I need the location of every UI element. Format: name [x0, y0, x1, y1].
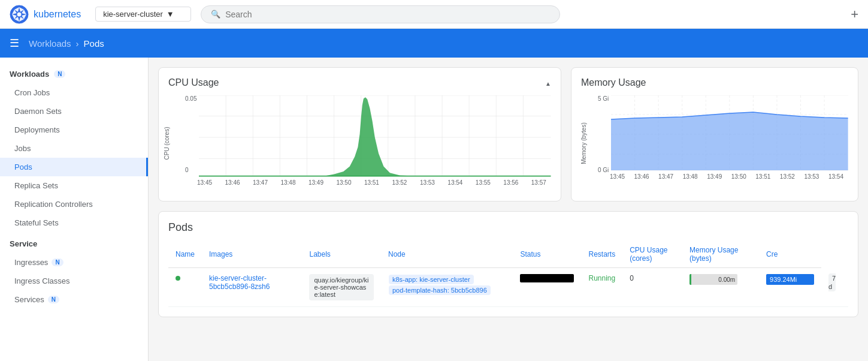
sidebar-item-daemon-sets[interactable]: Daemon Sets [0, 102, 148, 121]
pod-restarts-cell: 0 [622, 268, 682, 307]
memory-chart-title: Memory Usage [581, 77, 848, 88]
cpu-y-max: 0.05 [185, 95, 196, 102]
label-pod-template: pod-template-hash: 5bcb5cb896 [389, 285, 491, 295]
sidebar-item-jobs[interactable]: Jobs [0, 139, 148, 158]
breadcrumb-parent[interactable]: Workloads [29, 38, 71, 49]
cpu-usage-bar: 0.00m [689, 274, 737, 285]
col-created[interactable]: Cre [759, 241, 821, 268]
memory-chart-area: Memory (bytes) 5 Gi 0 Gi [581, 95, 848, 191]
search-input[interactable] [225, 10, 550, 19]
cpu-chart-svg [199, 95, 551, 179]
sidebar-item-services[interactable]: Services N [0, 290, 148, 309]
sidebar-item-stateful-sets[interactable]: Stateful Sets [0, 213, 148, 232]
pod-name-link[interactable]: kie-server-cluster-5bcb5cb896-8zsh6 [209, 274, 270, 291]
sidebar-item-label: Stateful Sets [14, 218, 59, 227]
memory-usage-bar: 939.24Mi [766, 274, 814, 285]
sidebar-item-label: Ingresses [14, 258, 48, 267]
sidebar-item-label: Cron Jobs [14, 88, 50, 97]
pods-table-header: Name Images Labels Node Status Restarts … [168, 241, 848, 268]
cpu-x-labels: 13:45 13:46 13:47 13:48 13:49 13:50 13:5… [192, 179, 551, 186]
pod-created-cell: 7 d [821, 268, 848, 307]
table-row: kie-server-cluster-5bcb5cb896-8zsh6 quay… [168, 268, 848, 307]
memory-y-max: 5 Gi [598, 95, 609, 102]
col-cpu[interactable]: CPU Usage (cores) [622, 241, 682, 268]
search-icon: 🔍 [211, 10, 220, 19]
pod-status-indicator [168, 268, 202, 307]
pod-labels-cell: k8s-app: kie-server-cluster pod-template… [381, 268, 513, 307]
col-status[interactable]: Status [513, 241, 581, 268]
svg-point-10 [17, 12, 22, 16]
pod-memory-cell: 939.24Mi [759, 268, 821, 307]
sidebar-item-label: Pods [14, 163, 32, 172]
search-bar[interactable]: 🔍 [201, 5, 560, 23]
svg-marker-28 [199, 97, 551, 176]
pods-card: Pods Name Images Labels Node Status Rest… [158, 211, 858, 317]
pod-status-cell: Running [581, 268, 622, 307]
label-k8s-app: k8s-app: kie-server-cluster [389, 275, 474, 284]
hamburger-menu[interactable]: ☰ [10, 37, 19, 50]
cluster-name: kie-server-cluster [103, 10, 163, 19]
col-name[interactable]: Name [168, 241, 202, 268]
cpu-bar-fill [689, 274, 691, 285]
memory-chart-svg [611, 95, 848, 173]
breadcrumb-current: Pods [84, 38, 104, 49]
pod-name-cell: kie-server-cluster-5bcb5cb896-8zsh6 [202, 268, 302, 307]
memory-x-labels: 13:45 13:46 13:47 13:48 13:49 13:50 13:5… [605, 173, 848, 180]
sidebar-service-label: Service [10, 239, 37, 248]
col-memory[interactable]: Memory Usage (bytes) [682, 241, 759, 268]
sidebar-item-pods[interactable]: Pods [0, 158, 148, 176]
add-button[interactable]: + [851, 7, 858, 22]
breadcrumb-separator: › [76, 38, 79, 49]
sidebar-item-ingress-classes[interactable]: Ingress Classes [0, 272, 148, 290]
pods-table: Name Images Labels Node Status Restarts … [168, 241, 848, 307]
topbar: kubernetes kie-server-cluster ▼ 🔍 + [0, 0, 868, 29]
col-restarts[interactable]: Restarts [581, 241, 622, 268]
sidebar: Workloads N Cron Jobs Daemon Sets Deploy… [0, 58, 149, 361]
memory-y-min: 0 Gi [598, 167, 609, 173]
memory-value: 939.24Mi [770, 276, 797, 283]
sidebar-item-label: Daemon Sets [14, 107, 62, 116]
sidebar-item-ingresses[interactable]: Ingresses N [0, 253, 148, 272]
main-layout: Workloads N Cron Jobs Daemon Sets Deploy… [0, 58, 868, 361]
sidebar-item-replica-sets[interactable]: Replica Sets [0, 176, 148, 195]
sidebar-item-label: Ingress Classes [14, 276, 69, 285]
col-node[interactable]: Node [381, 241, 513, 268]
cpu-y-label: CPU (cores) [164, 127, 170, 160]
pods-title: Pods [168, 221, 848, 234]
status-dot [176, 276, 180, 281]
sidebar-item-replication-controllers[interactable]: Replication Controllers [0, 195, 148, 213]
sidebar-item-label: Jobs [14, 144, 31, 153]
charts-row: CPU Usage CPU (cores) 0.05 0 [158, 67, 858, 201]
pod-node-cell [513, 268, 581, 307]
pod-image-cell: quay.io/kiegroup/kie-server-showcase:lat… [302, 268, 380, 307]
cpu-value: 0.00m [718, 276, 735, 283]
sidebar-ingresses-badge: N [52, 258, 63, 266]
kubernetes-icon [10, 5, 29, 24]
sidebar-service-header: Service [0, 232, 148, 253]
cpu-chart-collapse[interactable] [545, 77, 551, 88]
sidebar-item-label: Services [14, 295, 44, 304]
sidebar-item-label: Replica Sets [14, 181, 58, 190]
col-labels[interactable]: Labels [302, 241, 380, 268]
sidebar-item-label: Replication Controllers [14, 200, 93, 209]
memory-y-label: Memory (bytes) [580, 122, 587, 164]
memory-chart-card: Memory Usage Memory (bytes) 5 Gi 0 Gi [571, 67, 858, 201]
cluster-selector[interactable]: kie-server-cluster ▼ [95, 7, 191, 22]
sidebar-item-label: Deployments [14, 125, 60, 134]
logo-text: kubernetes [34, 9, 81, 20]
created-value: 7 d [828, 273, 836, 291]
pod-cpu-cell: 0.00m [682, 268, 759, 307]
pod-status: Running [588, 274, 615, 282]
sidebar-workloads-header: Workloads N [0, 62, 148, 83]
pod-image: quay.io/kiegroup/kie-server-showcase:lat… [309, 274, 373, 300]
sidebar-services-badge: N [48, 296, 59, 303]
breadcrumb: Workloads › Pods [29, 38, 104, 49]
sidebar-workloads-badge: N [54, 70, 65, 78]
cpu-chart-area: CPU (cores) 0.05 0 [168, 95, 551, 191]
sidebar-item-deployments[interactable]: Deployments [0, 121, 148, 139]
cpu-chart-title: CPU Usage [168, 77, 551, 88]
content-area: CPU Usage CPU (cores) 0.05 0 [149, 58, 868, 361]
sidebar-item-cron-jobs[interactable]: Cron Jobs [0, 83, 148, 102]
logo: kubernetes [10, 5, 81, 24]
col-images[interactable]: Images [202, 241, 302, 268]
